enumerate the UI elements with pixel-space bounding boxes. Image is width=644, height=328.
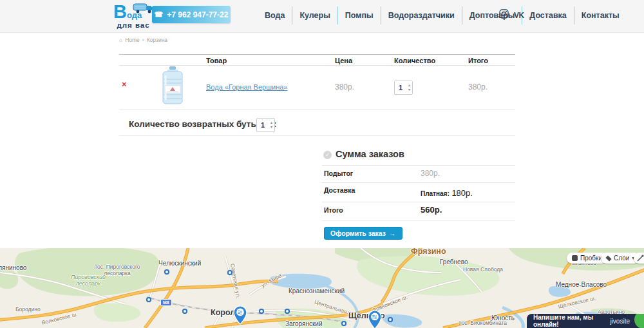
map-label: Челюскинский (158, 260, 201, 267)
home-icon: ⌂ (119, 37, 122, 43)
arrow-right-icon: → (389, 229, 396, 237)
station-marker (259, 309, 264, 314)
social-icons: VK (499, 9, 524, 21)
checkout-button[interactable]: Оформить заказ → (324, 227, 402, 240)
nav-item-dostavka[interactable]: Доставка (522, 11, 573, 20)
column-header-price: Цена (335, 57, 352, 64)
nav-item-voda[interactable]: Вода (258, 11, 292, 20)
phone-button[interactable]: ☎ +7 962 947-77-22 (152, 6, 231, 23)
column-header-product: Товар (206, 57, 227, 64)
delivery-value: Платная: 180р. (421, 188, 473, 198)
quantity-value[interactable]: 1 (395, 84, 406, 92)
column-header-total: Итого (468, 57, 488, 64)
map-label: Гребнево (440, 258, 468, 265)
map-label: Пироговский лесопарк (68, 274, 108, 287)
map-label: еляниново (0, 264, 26, 271)
total-value: 560р. (421, 205, 442, 215)
delivery-type: Платная: (421, 190, 450, 197)
quantity-stepper[interactable]: 1 ▴ ▾ (394, 81, 413, 95)
return-spin-buttons: ▴ ▾ (269, 121, 274, 130)
station-marker (227, 270, 232, 275)
summary-divider (322, 220, 515, 221)
return-bottles-label: Количество возвратных бутылей: (129, 119, 277, 129)
vk-icon[interactable]: VK (514, 11, 524, 20)
spin-down-icon[interactable]: ▾ (406, 88, 412, 92)
ruler-button[interactable] (634, 253, 644, 264)
item-price: 380р. (335, 82, 354, 92)
store-pin-shchyolkovo[interactable] (368, 310, 382, 328)
summary-divider (322, 165, 515, 166)
chat-widget[interactable]: Напишите нам, мы онлайн! jivosite (527, 314, 644, 328)
total-label: Итого (324, 206, 343, 214)
station-marker (285, 309, 290, 314)
column-header-qty: Количество (394, 57, 435, 64)
return-bottles-stepper[interactable]: 1 ▴ ▾ (256, 118, 275, 132)
layers-label: Слои (614, 255, 629, 262)
logo[interactable]: Вода для вас (113, 1, 153, 29)
leaf-icon (630, 314, 644, 328)
breadcrumb-current: Корзина (147, 37, 167, 43)
subtotal-value: 380р. (421, 169, 440, 178)
summary-divider (322, 202, 515, 202)
spin-down-icon[interactable]: ▾ (269, 125, 274, 130)
station-marker (341, 321, 346, 326)
traffic-icon (572, 255, 578, 261)
table-header-border (119, 65, 515, 66)
breadcrumb-separator: › (142, 37, 144, 43)
station-marker (182, 309, 187, 314)
return-bottles-value[interactable]: 1 (257, 121, 269, 129)
map-label: пос. Биокомбината (459, 320, 507, 326)
table-row-border (119, 110, 515, 110)
store-pin-korolyov[interactable] (233, 305, 247, 327)
map-label: Медное-Власово (556, 281, 607, 288)
quantity-spin-buttons: ▴ ▾ (406, 83, 412, 92)
spin-up-icon[interactable]: ▴ (406, 83, 412, 88)
main-nav: Вода Кулеры Помпы Водораздатчики Доптова… (258, 6, 627, 24)
map-label: Бородино (15, 306, 41, 313)
map-label: Новая Слобода (463, 266, 503, 273)
table-bottom-border (119, 135, 515, 136)
summary-title: Сумма заказов (336, 149, 404, 159)
map-label: Фрязино (411, 247, 446, 256)
map-label: Загорянский (285, 320, 323, 327)
station-marker (388, 317, 393, 322)
chat-message: Напишите нам, мы онлайн! (533, 314, 610, 328)
breadcrumb: ⌂ Home › Корзина (119, 37, 167, 43)
highway-badge-m8: М8 (160, 299, 172, 306)
phone-icon: ☎ (155, 10, 164, 19)
summary-divider (322, 182, 515, 183)
phone-number: +7 962 947-77-22 (167, 10, 228, 19)
nav-item-kulery[interactable]: Кулеры (292, 11, 337, 20)
traffic-label: Пробки (580, 255, 602, 262)
summary-check-icon: ✓ (323, 151, 332, 159)
product-image-bottle (159, 66, 186, 108)
nav-item-kontakty[interactable]: Контакты (574, 11, 627, 20)
checkout-label: Оформить заказ (330, 229, 386, 237)
item-total: 380р. (468, 82, 488, 92)
header: Вода для вас ☎ +7 962 947-77-22 Вода Кул… (0, 0, 644, 33)
breadcrumb-home[interactable]: Home (125, 37, 140, 43)
instagram-icon[interactable] (499, 9, 509, 21)
logo-text-bottom: для вас (113, 21, 153, 29)
map-label: Краснознаменский (289, 287, 345, 294)
delete-item-icon[interactable]: × (122, 80, 127, 88)
station-marker (146, 297, 151, 302)
nav-item-pompy[interactable]: Помпы (338, 11, 381, 20)
table-top-border (119, 54, 515, 55)
station-marker (164, 269, 169, 275)
subtotal-label: Подытог (324, 169, 353, 177)
truck-icon (133, 2, 155, 16)
delivery-label: Доставка (324, 186, 355, 194)
nav-item-vodorazdatchiki[interactable]: Водораздатчики (381, 11, 462, 20)
page: Вода для вас ☎ +7 962 947-77-22 Вода Кул… (0, 0, 644, 328)
spin-up-icon[interactable]: ▴ (269, 121, 274, 125)
layers-icon (605, 255, 611, 261)
ruler-icon (636, 255, 644, 262)
chat-brand: jivosite (610, 318, 630, 325)
delivery-price: 180р. (451, 188, 473, 198)
product-link[interactable]: Вода «Горная Вершина» (206, 83, 287, 91)
